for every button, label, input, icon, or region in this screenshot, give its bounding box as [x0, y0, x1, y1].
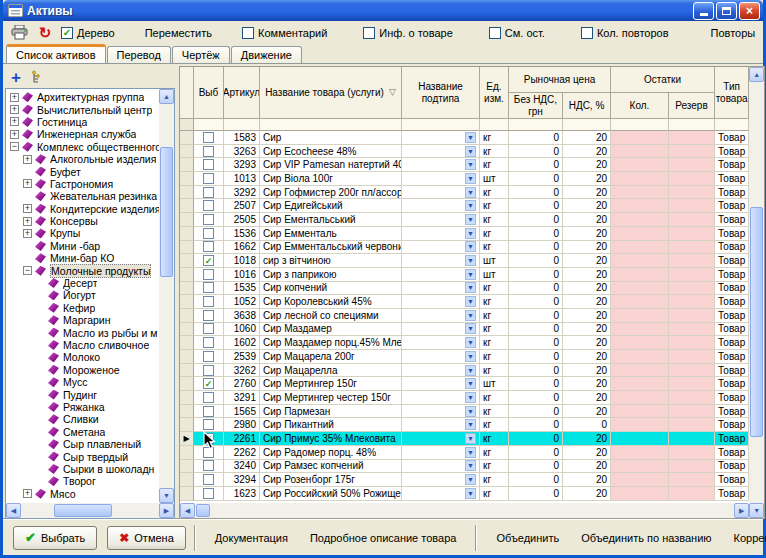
- row-checkbox[interactable]: [203, 296, 214, 307]
- subtype-cell[interactable]: ▼: [402, 432, 480, 446]
- subtype-cell[interactable]: ▼: [402, 405, 480, 419]
- subtype-dropdown-icon[interactable]: ▼: [465, 241, 476, 252]
- subtype-dropdown-icon[interactable]: ▼: [465, 228, 476, 239]
- subtype-cell[interactable]: ▼: [402, 391, 480, 405]
- subtype-dropdown-icon[interactable]: ▼: [465, 214, 476, 225]
- header-price-no-vat[interactable]: Без НДС, грн: [509, 93, 563, 119]
- tree-item[interactable]: Сыр плавленый: [6, 438, 159, 450]
- tree-item[interactable]: +Инженерная служба: [6, 128, 159, 140]
- row-checkbox[interactable]: [203, 200, 214, 211]
- row-checkbox[interactable]: [203, 228, 214, 239]
- subtype-dropdown-icon[interactable]: ▼: [465, 159, 476, 170]
- table-scroll-right-icon[interactable]: ▶: [734, 503, 749, 518]
- table-horizontal-scrollbar[interactable]: ◀ ▶: [180, 503, 749, 518]
- close-button[interactable]: ×: [739, 2, 760, 20]
- subtype-dropdown-icon[interactable]: ▼: [465, 378, 476, 389]
- subtype-dropdown-icon[interactable]: ▼: [465, 433, 476, 444]
- table-row[interactable]: 3291Сир Мертингер честер 150г▼кг020Товар: [180, 391, 749, 405]
- subtype-dropdown-icon[interactable]: ▼: [465, 200, 476, 211]
- subtype-cell[interactable]: ▼: [402, 172, 480, 186]
- tree-item[interactable]: Мини -бар: [6, 240, 159, 252]
- select-cell[interactable]: [194, 227, 224, 241]
- select-cell[interactable]: [194, 405, 224, 419]
- table-row[interactable]: 2539Сир Мацарела 200г▼кг020Товар: [180, 350, 749, 364]
- row-checkbox[interactable]: [203, 406, 214, 417]
- subtype-dropdown-icon[interactable]: ▼: [465, 460, 476, 471]
- expand-toggle-icon[interactable]: +: [23, 204, 32, 213]
- subtype-dropdown-icon[interactable]: ▼: [465, 406, 476, 417]
- tree-item[interactable]: Сыр твердый: [6, 450, 159, 462]
- select-cell[interactable]: [194, 309, 224, 323]
- subtype-dropdown-icon[interactable]: ▼: [465, 146, 476, 157]
- table-row[interactable]: 3240Сир Рамзес копчений▼кг020Товар: [180, 460, 749, 474]
- subtype-dropdown-icon[interactable]: ▼: [465, 323, 476, 334]
- select-cell[interactable]: [194, 241, 224, 255]
- table-row[interactable]: 2980Сир Пикантний▼кг00Товар: [180, 418, 749, 432]
- row-checkbox[interactable]: [203, 365, 214, 376]
- product-info-checkbox-icon[interactable]: ✓: [363, 27, 375, 39]
- table-row[interactable]: 1060Сир Маздамер▼кг020Товар: [180, 323, 749, 337]
- subtype-cell[interactable]: ▼: [402, 364, 480, 378]
- expand-toggle-icon[interactable]: +: [23, 179, 32, 188]
- expand-toggle-icon[interactable]: +: [10, 93, 19, 102]
- tree-item[interactable]: Творог: [6, 475, 159, 487]
- tree-structure-icon[interactable]: [31, 70, 45, 84]
- expand-toggle-icon[interactable]: +: [23, 229, 32, 238]
- subtype-cell[interactable]: ▼: [402, 254, 480, 268]
- select-cell[interactable]: [194, 391, 224, 405]
- tree-item[interactable]: Масло из рыбы и м: [6, 326, 159, 338]
- tree-item[interactable]: +Алкогольные изделия: [6, 153, 159, 165]
- subtype-dropdown-icon[interactable]: ▼: [465, 132, 476, 143]
- product-info-checkbox[interactable]: ✓ Инф. о товаре: [363, 27, 452, 39]
- row-checkbox[interactable]: ✓: [203, 255, 214, 266]
- tree-item[interactable]: Буфет: [6, 165, 159, 177]
- repeats-button[interactable]: Повторы: [711, 27, 756, 39]
- subtype-cell[interactable]: ▼: [402, 295, 480, 309]
- subtype-cell[interactable]: ▼: [402, 186, 480, 200]
- table-row[interactable]: 2507Сир Едигейський▼кг020Товар: [180, 199, 749, 213]
- tree-item[interactable]: +Консервы: [6, 215, 159, 227]
- subtype-cell[interactable]: ▼: [402, 145, 480, 159]
- select-cell[interactable]: [194, 460, 224, 474]
- tree-item[interactable]: Сырки в шоколадн: [6, 463, 159, 475]
- expand-toggle-icon[interactable]: +: [10, 117, 19, 126]
- filter-row[interactable]: [180, 119, 749, 131]
- subtype-cell[interactable]: ▼: [402, 418, 480, 432]
- tree-scroll-thumb[interactable]: [160, 147, 173, 277]
- select-cell[interactable]: ✓: [194, 377, 224, 391]
- tree-item[interactable]: +Вычислительный центр: [6, 103, 159, 115]
- tree-checkbox-icon[interactable]: ✓: [61, 27, 73, 39]
- header-qty[interactable]: Кол.: [611, 93, 669, 119]
- subtype-dropdown-icon[interactable]: ▼: [465, 337, 476, 348]
- table-row[interactable]: 1535Сир копчений▼кг020Товар: [180, 282, 749, 296]
- comment-checkbox[interactable]: ✓ Комментарий: [242, 27, 327, 39]
- table-row[interactable]: 1583Сир▼кг020Товар: [180, 131, 749, 145]
- merge-button[interactable]: Объединить: [496, 532, 559, 544]
- select-cell[interactable]: ✓: [194, 432, 224, 446]
- subtype-cell[interactable]: ▼: [402, 213, 480, 227]
- merge-by-name-button[interactable]: Объединить по названию: [581, 532, 711, 544]
- subtype-cell[interactable]: ▼: [402, 323, 480, 337]
- table-row[interactable]: 1662Сир Емментальський червоний▼кг020Тов…: [180, 241, 749, 255]
- row-checkbox[interactable]: [203, 241, 214, 252]
- tree-item[interactable]: −Молочные продукты: [6, 264, 159, 276]
- subtype-dropdown-icon[interactable]: ▼: [465, 187, 476, 198]
- tree-horizontal-scrollbar[interactable]: ◀ ▶: [6, 503, 174, 518]
- select-cell[interactable]: [194, 199, 224, 213]
- select-cell[interactable]: [194, 145, 224, 159]
- title-bar[interactable]: Активы ×: [3, 0, 763, 21]
- table-row[interactable]: ✓2760Сир Мертингер 150г▼шт020Товар: [180, 377, 749, 391]
- table-row[interactable]: 3262Сир Мацарелла▼кг020Товар: [180, 364, 749, 378]
- subtype-cell[interactable]: ▼: [402, 473, 480, 487]
- table-scroll-left-icon[interactable]: ◀: [180, 503, 195, 518]
- tree-scroll-down-icon[interactable]: ▼: [159, 488, 174, 503]
- tree-vertical-scrollbar[interactable]: ▲ ▼: [159, 89, 174, 503]
- select-cell[interactable]: [194, 418, 224, 432]
- subtype-cell[interactable]: ▼: [402, 309, 480, 323]
- select-cell[interactable]: [194, 158, 224, 172]
- subtype-cell[interactable]: ▼: [402, 377, 480, 391]
- select-cell[interactable]: [194, 323, 224, 337]
- row-checkbox[interactable]: [203, 282, 214, 293]
- repeat-count-checkbox-icon[interactable]: ✓: [581, 27, 593, 39]
- tree-scroll-right-icon[interactable]: ▶: [159, 503, 174, 518]
